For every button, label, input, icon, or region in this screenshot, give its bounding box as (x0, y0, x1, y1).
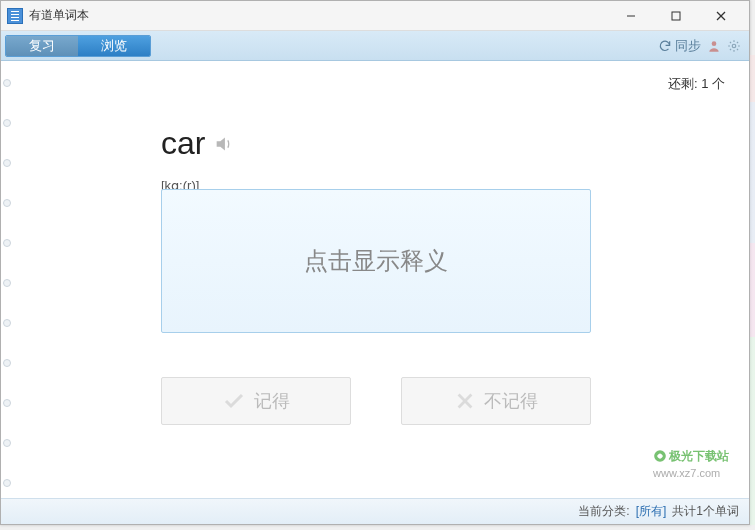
svg-rect-1 (672, 12, 680, 20)
forget-label: 不记得 (484, 389, 538, 413)
check-icon (222, 389, 246, 413)
svg-point-4 (712, 41, 717, 46)
content-area: 还剩: 1 个 car [kɑ:(r)] 点击显示释义 记得 不记得 (1, 61, 749, 498)
show-definition-button[interactable]: 点击显示释义 (161, 189, 591, 333)
app-window: 有道单词本 复习 浏览 同步 (0, 0, 750, 525)
sync-label: 同步 (675, 37, 701, 55)
status-bar: 当前分类: [所有] 共计1个单词 (1, 498, 749, 524)
watermark: 极光下载站 www.xz7.com (653, 448, 729, 481)
minimize-button[interactable] (608, 2, 653, 30)
account-icon[interactable] (707, 39, 721, 53)
app-icon (7, 8, 23, 24)
tab-browse[interactable]: 浏览 (78, 36, 150, 56)
close-button[interactable] (698, 2, 743, 30)
svg-point-5 (732, 44, 736, 48)
sync-button[interactable]: 同步 (658, 37, 701, 55)
forget-button[interactable]: 不记得 (401, 377, 591, 425)
remember-label: 记得 (254, 389, 290, 413)
toolbar-right: 同步 (658, 37, 741, 55)
tab-review[interactable]: 复习 (6, 36, 78, 56)
toolbar: 复习 浏览 同步 (1, 31, 749, 61)
word-text: car (161, 125, 205, 162)
settings-icon[interactable] (727, 39, 741, 53)
notebook-spiral (1, 61, 15, 498)
remember-button[interactable]: 记得 (161, 377, 351, 425)
watermark-url: www.xz7.com (653, 467, 720, 479)
remaining-label: 还剩: (668, 76, 698, 91)
remaining-counter: 还剩: 1 个 (668, 75, 725, 93)
window-controls (608, 2, 743, 30)
watermark-logo: 极光下载站 (653, 448, 729, 465)
answer-buttons: 记得 不记得 (161, 377, 591, 425)
speaker-icon[interactable] (213, 133, 235, 155)
cross-icon (454, 390, 476, 412)
window-title: 有道单词本 (29, 7, 89, 24)
maximize-button[interactable] (653, 2, 698, 30)
word-area: car [kɑ:(r)] (161, 125, 235, 193)
mode-tabs: 复习 浏览 (5, 35, 151, 57)
category-label: 当前分类: (578, 503, 629, 520)
show-definition-label: 点击显示释义 (304, 245, 448, 277)
background-decoration (750, 55, 755, 525)
category-value[interactable]: [所有] (636, 503, 667, 520)
title-bar: 有道单词本 (1, 1, 749, 31)
total-count: 共计1个单词 (672, 503, 739, 520)
remaining-count: 1 个 (701, 76, 725, 91)
